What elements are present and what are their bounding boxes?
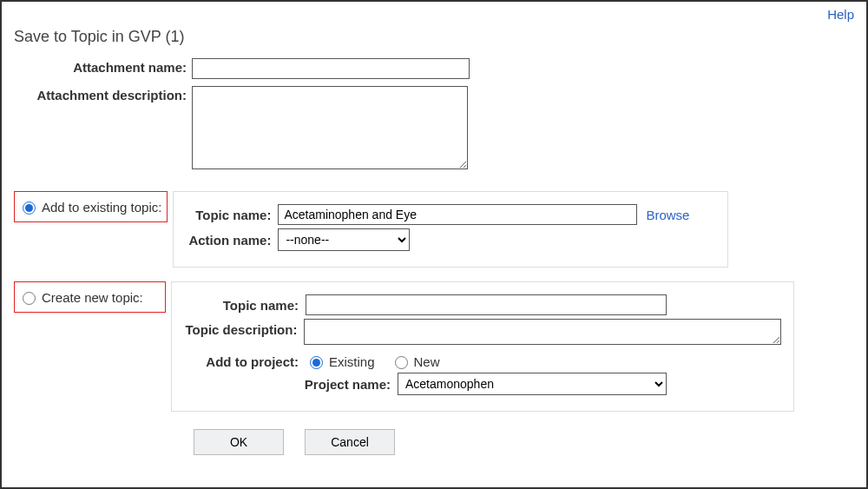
create-topic-panel: Topic name: Topic description: Add to pr…	[171, 281, 794, 412]
project-new-radio[interactable]	[395, 356, 408, 369]
attachment-section: Attachment name: Attachment description:	[14, 55, 470, 175]
existing-topic-name-label: Topic name:	[186, 208, 278, 222]
attachment-description-textarea[interactable]	[192, 86, 468, 169]
existing-topic-radio-block: Add to existing topic:	[14, 191, 168, 222]
project-existing-radio[interactable]	[310, 356, 323, 369]
project-name-label: Project name:	[184, 377, 398, 392]
add-to-project-label: Add to project:	[184, 354, 306, 369]
new-topic-name-label: Topic name:	[184, 298, 306, 313]
ok-button[interactable]: OK	[194, 429, 284, 455]
attachment-name-input[interactable]	[192, 58, 470, 79]
button-row: OK Cancel	[194, 429, 854, 455]
existing-topic-radio-label: Add to existing topic:	[42, 200, 161, 215]
create-topic-radio-block: Create new topic:	[14, 281, 166, 313]
project-existing-radio-label: Existing	[329, 354, 375, 369]
project-name-select[interactable]: Acetamonophen	[398, 373, 667, 395]
create-topic-radio[interactable]	[23, 292, 36, 305]
existing-topic-radio[interactable]	[23, 202, 36, 215]
create-topic-radio-label: Create new topic:	[42, 290, 143, 305]
cancel-button[interactable]: Cancel	[305, 429, 395, 455]
project-new-radio-label: New	[414, 354, 440, 369]
dialog-container: Help Save to Topic in GVP (1) Attachment…	[0, 0, 868, 489]
existing-topic-panel: Topic name: Browse Action name: --none--	[173, 191, 728, 268]
browse-link[interactable]: Browse	[646, 208, 689, 222]
action-name-select[interactable]: --none--	[278, 228, 410, 251]
new-topic-name-input[interactable]	[306, 294, 667, 315]
new-topic-desc-textarea[interactable]	[304, 319, 781, 345]
help-link[interactable]: Help	[827, 7, 854, 22]
existing-topic-name-input[interactable]	[278, 204, 637, 225]
page-title: Save to Topic in GVP (1)	[14, 28, 854, 46]
attachment-description-label: Attachment description:	[36, 88, 187, 102]
create-topic-section: Create new topic: Topic name: Topic desc…	[14, 281, 854, 412]
action-name-label: Action name:	[186, 233, 278, 248]
attachment-name-label: Attachment name:	[73, 60, 187, 75]
existing-topic-section: Add to existing topic: Topic name: Brows…	[14, 191, 854, 268]
new-topic-desc-label: Topic description:	[184, 319, 304, 337]
